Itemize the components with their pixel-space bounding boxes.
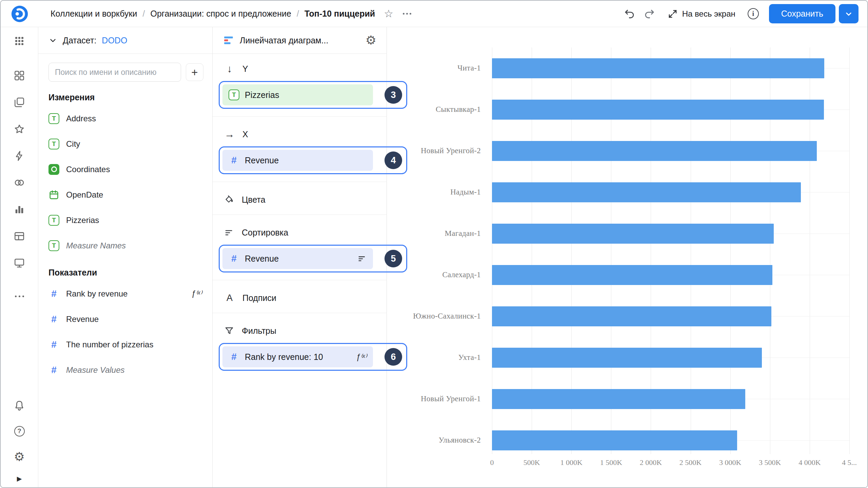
breadcrumb-link-collections[interactable]: Коллекции и воркбуки	[51, 9, 137, 19]
bar-track	[492, 130, 849, 171]
field-chip-sort-revenue[interactable]: # Revenue	[222, 248, 373, 269]
save-dropdown-button[interactable]	[839, 4, 859, 23]
datalens-logo-icon	[10, 4, 29, 24]
section-y-header: ↓ Y	[213, 59, 387, 78]
field-row-rank-by-revenue[interactable]: # Rank by revenue ƒ⁽ˣ⁾	[38, 281, 212, 306]
search-row: +	[38, 54, 212, 83]
favorite-star-icon[interactable]: ☆	[384, 8, 393, 19]
bar-track	[492, 254, 849, 296]
bar[interactable]	[492, 182, 801, 202]
section-colors: Цвета	[213, 185, 387, 212]
number-field-icon: #	[48, 289, 59, 299]
chart-row: Новый Уренгой-2	[387, 130, 867, 171]
field-chip-pizzerias[interactable]: T Pizzerias	[222, 84, 373, 105]
rail-more-icon[interactable]	[12, 288, 27, 304]
labels-a-icon: A	[224, 293, 235, 303]
charts-icon[interactable]	[12, 202, 27, 217]
save-button[interactable]: Сохранить	[769, 4, 835, 23]
bar-track	[492, 171, 849, 213]
chip-label: Pizzerias	[245, 90, 279, 100]
field-row-coordinates[interactable]: Coordinates	[38, 157, 212, 182]
field-label: OpenDate	[66, 190, 103, 200]
section-x-label: X	[242, 129, 248, 139]
section-labels-header: A Подписи	[213, 288, 387, 307]
section-sort: Сортировка # Revenue 5	[213, 218, 387, 277]
annotation-badge: 6	[384, 348, 402, 366]
expand-rail-icon[interactable]: ▶	[17, 475, 22, 483]
chart-x-axis: 0500K1 000K1 500K2 000K2 500K3 000K3 500…	[492, 458, 849, 470]
bell-icon[interactable]	[12, 398, 27, 413]
settings-gear-icon[interactable]: ⚙	[12, 449, 27, 465]
gear-glyph: ⚙	[14, 451, 25, 463]
dataset-name-link[interactable]: DODO	[102, 36, 127, 45]
field-row-measure-names[interactable]: T Measure Names	[38, 233, 212, 258]
search-input[interactable]	[48, 63, 181, 82]
bar[interactable]	[492, 306, 771, 326]
dataset-panel: Датасет: DODO + Измерения T Address T Ci…	[38, 27, 213, 487]
fullscreen-label: На весь экран	[682, 9, 735, 19]
bar[interactable]	[492, 265, 772, 285]
field-row-measure-values[interactable]: # Measure Values	[38, 357, 212, 383]
section-labels-label: Подписи	[242, 293, 276, 303]
bar[interactable]	[492, 224, 774, 244]
bar-track	[492, 296, 849, 337]
datalens-logo[interactable]	[1, 4, 38, 24]
field-row-city[interactable]: T City	[38, 131, 212, 157]
dashboards-monitor-icon[interactable]	[12, 255, 27, 271]
fullscreen-button[interactable]: На весь экран	[665, 8, 737, 20]
datasets-table-icon[interactable]	[12, 228, 27, 244]
workbooks-icon[interactable]	[12, 95, 27, 110]
category-label: Надым-1	[387, 171, 492, 213]
breadcrumb-link-workbook[interactable]: Организации: спрос и предложение	[150, 9, 291, 19]
lightning-icon[interactable]	[12, 148, 27, 164]
dataset-header: Датасет: DODO	[38, 27, 212, 54]
calendar-icon	[48, 189, 59, 200]
more-menu-icon[interactable]	[403, 13, 411, 15]
chevron-down-icon[interactable]	[48, 36, 57, 45]
sort-direction-icon[interactable]	[357, 254, 367, 263]
bar[interactable]	[492, 348, 762, 368]
field-chip-revenue[interactable]: # Revenue	[222, 150, 373, 171]
chart-settings-gear-icon[interactable]: ⚙	[366, 34, 376, 46]
bar[interactable]	[492, 389, 745, 409]
x-tick-label: 1 000K	[560, 458, 583, 467]
field-row-address[interactable]: T Address	[38, 106, 212, 131]
undo-icon[interactable]	[624, 8, 635, 20]
chart-row: Салехард-1	[387, 254, 867, 296]
bar-chart-type-icon[interactable]	[223, 35, 234, 46]
bar[interactable]	[492, 430, 737, 450]
bar[interactable]	[492, 100, 824, 120]
connections-icon[interactable]	[12, 175, 27, 190]
field-row-opendate[interactable]: OpenDate	[38, 182, 212, 207]
annotation-badge: 3	[384, 86, 402, 104]
bar[interactable]	[492, 141, 817, 161]
chevron-down-icon	[844, 9, 854, 19]
collections-icon[interactable]	[12, 68, 27, 83]
chart-row: Сыктывкар-1	[387, 89, 867, 130]
add-field-button[interactable]: +	[186, 63, 203, 81]
bar[interactable]	[492, 58, 824, 78]
field-label: Pizzerias	[66, 216, 99, 225]
favorites-star-icon[interactable]	[12, 121, 27, 137]
chip-label: Revenue	[245, 156, 279, 165]
field-row-pizzerias[interactable]: T Pizzerias	[38, 207, 212, 233]
field-label: City	[66, 139, 80, 149]
chart-type-label[interactable]: Линейчатая диаграм...	[240, 36, 328, 45]
rail-bottom-group: ? ⚙	[12, 398, 27, 465]
field-row-revenue[interactable]: # Revenue	[38, 306, 212, 332]
annotation-outline-3: T Pizzerias 3	[219, 81, 407, 109]
x-tick-label: 4 5...	[842, 458, 857, 467]
field-row-number-of-pizzerias[interactable]: # The number of pizzerias	[38, 332, 212, 357]
section-x-header: → X	[213, 125, 387, 144]
apps-grid-icon[interactable]	[12, 33, 27, 49]
funnel-icon	[224, 326, 234, 336]
help-icon[interactable]: ?	[12, 423, 27, 439]
info-icon[interactable]: i	[748, 8, 759, 19]
field-chip-rank-filter[interactable]: # Rank by revenue: 10 ƒ⁽ˣ⁾	[222, 346, 373, 367]
redo-icon[interactable]	[644, 8, 655, 20]
section-labels: A Подписи	[213, 283, 387, 310]
measures-title: Показатели	[48, 268, 202, 278]
x-tick-label: 1 500K	[600, 458, 622, 467]
divider	[213, 280, 387, 280]
field-label: Measure Names	[66, 241, 126, 250]
